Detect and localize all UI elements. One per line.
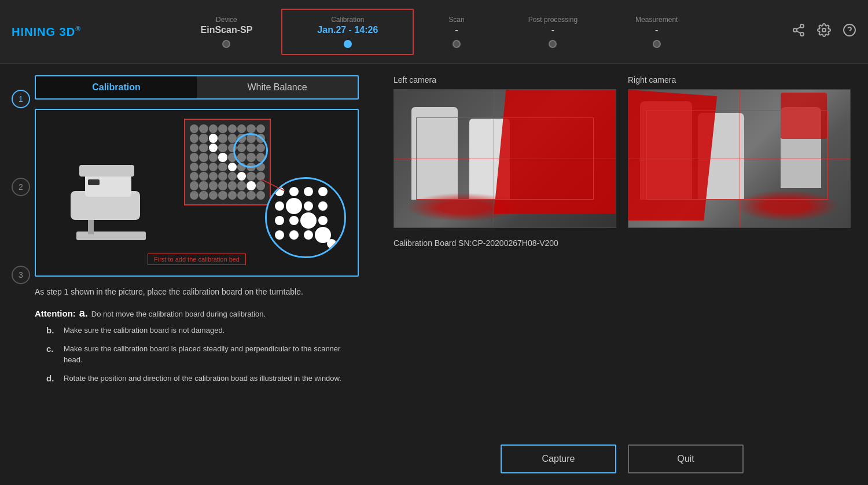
dot: [247, 172, 255, 181]
left-cam-red-speckles: [406, 193, 521, 222]
action-buttons: Capture Quit: [393, 444, 851, 473]
left-panel: Calibration White Balance: [0, 64, 376, 485]
scan-dot: [453, 40, 461, 48]
right-camera-feed: [628, 89, 851, 228]
attention-item-c: c. Make sure the calibration board is pl…: [46, 344, 359, 365]
dot: [218, 124, 227, 133]
device-name: EinScan-SP: [201, 25, 253, 35]
dot: [209, 191, 218, 200]
nav-step-measurement[interactable]: Measurement -: [606, 10, 707, 54]
instruction-main: As step 1 shown in the picture, place th…: [35, 286, 359, 298]
attention-section: Attention: a. Do not move the calibratio…: [35, 307, 359, 384]
zoom-circle: [265, 177, 346, 258]
left-cam-vline: [494, 90, 494, 227]
nav-step-post[interactable]: Post processing -: [499, 10, 606, 54]
nav-steps: Device EinScan-SP Calibration Jan.27 - 1…: [87, 9, 792, 55]
scan-label: Scan: [448, 16, 464, 24]
dot: [228, 172, 237, 181]
nav-step-calibration[interactable]: Calibration Jan.27 - 14:26: [281, 9, 414, 55]
sn-text: Calibration Board SN:CP-20200267H08-V200: [393, 238, 851, 248]
tab-calibration[interactable]: Calibration: [36, 76, 197, 98]
svg-point-24: [289, 216, 299, 225]
item-d-text: Rotate the position and direction of the…: [64, 373, 341, 384]
item-b-letter: b.: [46, 325, 58, 335]
svg-point-15: [275, 187, 284, 196]
attention-header: Attention: a. Do not move the calibratio…: [35, 307, 359, 319]
dot: [190, 153, 198, 161]
scan-value: -: [455, 25, 458, 35]
attention-item-d: d. Rotate the position and direction of …: [46, 373, 359, 384]
svg-rect-12: [79, 165, 134, 177]
dot: [247, 191, 255, 200]
capture-button[interactable]: Capture: [501, 444, 616, 473]
dot: [218, 163, 227, 171]
logo-superscript: ®: [75, 25, 81, 33]
post-dot: [549, 40, 557, 48]
left-cam-hline: [394, 159, 616, 159]
attention-first-letter: a.: [79, 307, 88, 319]
image-label: First to add the calibration bed: [148, 253, 246, 265]
left-camera-label: Left camera: [393, 75, 616, 84]
dot: [190, 144, 198, 152]
right-cam-red-top-right: [781, 93, 827, 139]
dot: [209, 124, 218, 133]
left-camera-block: Left camera: [393, 75, 616, 228]
dot: [190, 124, 198, 133]
svg-point-31: [327, 239, 336, 248]
dot: [209, 144, 218, 152]
quit-button[interactable]: Quit: [628, 444, 744, 473]
dot: [199, 124, 208, 133]
svg-point-20: [286, 198, 302, 214]
svg-point-21: [304, 201, 313, 211]
right-camera-block: Right camera: [628, 75, 851, 228]
device-label: Device: [216, 16, 237, 24]
settings-icon[interactable]: [817, 23, 831, 41]
dot: [218, 181, 227, 190]
attention-items: b. Make sure the calibration board is no…: [46, 325, 359, 384]
dot: [237, 172, 246, 181]
svg-point-0: [800, 24, 804, 28]
svg-line-3: [797, 31, 801, 33]
share-icon[interactable]: [792, 23, 806, 41]
item-b-text: Make sure the calibration board is not d…: [64, 325, 225, 336]
svg-point-23: [275, 216, 284, 225]
item-c-letter: c.: [46, 344, 58, 354]
logo-text: HINING 3D®: [12, 25, 81, 39]
nav-step-scan[interactable]: Scan -: [414, 10, 499, 54]
dot: [228, 181, 237, 190]
svg-point-2: [800, 32, 804, 36]
calibration-date: Jan.27 - 14:26: [317, 25, 378, 35]
main-content: Calibration White Balance: [0, 64, 868, 485]
right-cam-red-bottom: [734, 190, 838, 222]
tabs: Calibration White Balance: [35, 75, 359, 100]
zoom-dots-svg: [268, 180, 343, 255]
dot: [218, 172, 227, 181]
svg-point-5: [822, 28, 826, 32]
dot: [190, 191, 198, 200]
dot: [237, 124, 246, 133]
step-2: 2: [12, 178, 30, 196]
scanner-svg: [53, 133, 169, 260]
svg-point-28: [289, 230, 299, 240]
post-value: -: [551, 25, 554, 35]
dot: [218, 134, 227, 142]
dot: [228, 163, 237, 171]
dot: [190, 163, 198, 171]
dot: [218, 153, 227, 161]
svg-point-29: [304, 230, 313, 240]
dot: [199, 163, 208, 171]
tab-white-balance[interactable]: White Balance: [197, 76, 358, 98]
svg-point-16: [289, 187, 299, 196]
dot: [199, 134, 208, 142]
left-chair-1: [411, 107, 458, 200]
dot: [209, 153, 218, 161]
attention-first-text: Do not move the calibration board during…: [91, 309, 266, 319]
dot: [218, 191, 227, 200]
help-icon[interactable]: [843, 23, 856, 41]
measurement-value: -: [655, 25, 658, 35]
dot: [256, 191, 265, 200]
svg-point-19: [275, 201, 284, 211]
svg-rect-8: [76, 232, 146, 240]
dot: [209, 163, 218, 171]
nav-step-device[interactable]: Device EinScan-SP: [172, 10, 282, 54]
